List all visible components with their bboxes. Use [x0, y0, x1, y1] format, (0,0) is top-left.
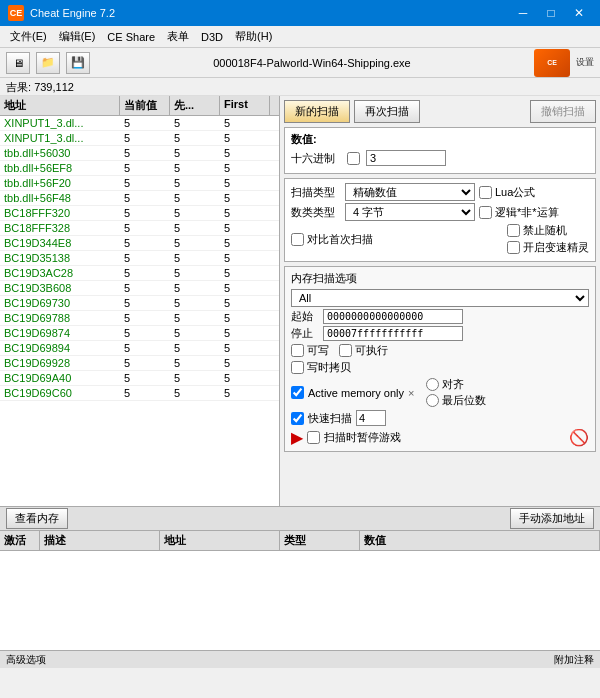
cell-address: XINPUT1_3.dl...: [0, 116, 120, 130]
lua-checkbox[interactable]: [479, 186, 492, 199]
list-row[interactable]: XINPUT1_3.dl... 5 5 5: [0, 116, 279, 131]
start-label: 起始: [291, 309, 319, 324]
list-row[interactable]: BC18FFF320 5 5 5: [0, 206, 279, 221]
active-memory-checkbox[interactable]: [291, 386, 304, 399]
hex-checkbox[interactable]: [347, 152, 360, 165]
status-right: 附加注释: [554, 653, 594, 667]
list-row[interactable]: BC19D3B608 5 5 5: [0, 281, 279, 296]
writable-label: 可写: [291, 343, 329, 358]
menu-d3d[interactable]: D3D: [195, 29, 229, 45]
list-row[interactable]: BC19D3AC28 5 5 5: [0, 266, 279, 281]
cell-address: XINPUT1_3.dl...: [0, 131, 120, 145]
cell-first: 5: [220, 131, 270, 145]
open-file-button[interactable]: 📁: [36, 52, 60, 74]
access-flags-row: 可写 可执行: [291, 343, 589, 358]
compare-prev-label: 对比首次扫描: [291, 232, 373, 247]
list-row[interactable]: BC19D344E8 5 5 5: [0, 236, 279, 251]
scan-type-select[interactable]: 精确数值: [345, 183, 475, 201]
list-header: 地址 当前值 先... First: [0, 96, 279, 116]
alignment-group: 对齐 最后位数: [426, 377, 486, 408]
cell-address: tbb.dll+56F20: [0, 176, 120, 190]
list-row[interactable]: BC19D69894 5 5 5: [0, 341, 279, 356]
cell-current: 5: [120, 131, 170, 145]
end-address-row: 停止: [291, 326, 589, 341]
cell-current: 5: [120, 191, 170, 205]
menu-file[interactable]: 文件(E): [4, 27, 53, 46]
fast-scan-input[interactable]: [356, 410, 386, 426]
speed-hack-checkbox[interactable]: [507, 241, 520, 254]
value-input[interactable]: [366, 150, 446, 166]
cell-prev: 5: [170, 371, 220, 385]
list-row[interactable]: tbb.dll+56F48 5 5 5: [0, 191, 279, 206]
view-memory-button[interactable]: 查看内存: [6, 508, 68, 529]
list-row[interactable]: BC19D69788 5 5 5: [0, 311, 279, 326]
save-button[interactable]: 💾: [66, 52, 90, 74]
end-address-input[interactable]: [323, 326, 463, 341]
compare-prev-checkbox[interactable]: [291, 233, 304, 246]
lua-label: Lua公式: [495, 185, 535, 200]
cell-prev: 5: [170, 326, 220, 340]
close-button[interactable]: ✕: [566, 4, 592, 22]
list-row[interactable]: BC19D35138 5 5 5: [0, 251, 279, 266]
add-address-button[interactable]: 手动添加地址: [510, 508, 594, 529]
settings-label[interactable]: 设置: [576, 56, 594, 69]
cell-first: 5: [220, 206, 270, 220]
no-icon[interactable]: 🚫: [569, 428, 589, 447]
cell-current: 5: [120, 236, 170, 250]
list-row[interactable]: BC19D69A40 5 5 5: [0, 371, 279, 386]
align-radio[interactable]: [426, 378, 439, 391]
address-list-body[interactable]: XINPUT1_3.dl... 5 5 5 XINPUT1_3.dl... 5 …: [0, 116, 279, 506]
active-memory-close[interactable]: ×: [408, 387, 414, 399]
list-row[interactable]: tbb.dll+56EF8 5 5 5: [0, 161, 279, 176]
list-row[interactable]: BC19D69C60 5 5 5: [0, 386, 279, 401]
logic-label: 逻辑*非*运算: [495, 205, 559, 220]
cell-first: 5: [220, 386, 270, 400]
lower-list-body[interactable]: [0, 551, 600, 650]
pause-game-checkbox[interactable]: [307, 431, 320, 444]
cell-prev: 5: [170, 146, 220, 160]
cell-first: 5: [220, 146, 270, 160]
list-row[interactable]: tbb.dll+56030 5 5 5: [0, 146, 279, 161]
logic-checkbox-label: 逻辑*非*运算: [479, 205, 559, 220]
menu-help[interactable]: 帮助(H): [229, 27, 278, 46]
start-address-input[interactable]: [323, 309, 463, 324]
writable-checkbox[interactable]: [291, 344, 304, 357]
list-row[interactable]: XINPUT1_3.dl... 5 5 5: [0, 131, 279, 146]
title-bar-controls: ─ □ ✕: [510, 4, 592, 22]
align-radio-label: 对齐: [426, 377, 486, 392]
copy-on-write-label: 写时拷贝: [291, 360, 351, 375]
cell-prev: 5: [170, 386, 220, 400]
cancel-scan-button[interactable]: 撤销扫描: [530, 100, 596, 123]
last-digit-radio[interactable]: [426, 394, 439, 407]
minimize-button[interactable]: ─: [510, 4, 536, 22]
list-row[interactable]: BC19D69928 5 5 5: [0, 356, 279, 371]
no-random-checkbox[interactable]: [507, 224, 520, 237]
open-process-button[interactable]: 🖥: [6, 52, 30, 74]
cell-prev: 5: [170, 116, 220, 130]
cell-first: 5: [220, 356, 270, 370]
cell-current: 5: [120, 386, 170, 400]
cell-address: BC19D69894: [0, 341, 120, 355]
logic-checkbox[interactable]: [479, 206, 492, 219]
fast-scan-checkbox[interactable]: [291, 412, 304, 425]
executable-checkbox[interactable]: [339, 344, 352, 357]
rescan-button[interactable]: 再次扫描: [354, 100, 420, 123]
copy-on-write-checkbox[interactable]: [291, 361, 304, 374]
data-type-select[interactable]: 4 字节: [345, 203, 475, 221]
list-row[interactable]: tbb.dll+56F20 5 5 5: [0, 176, 279, 191]
maximize-button[interactable]: □: [538, 4, 564, 22]
lower-header-active: 激活: [0, 531, 40, 550]
list-row[interactable]: BC19D69874 5 5 5: [0, 326, 279, 341]
menu-table[interactable]: 表单: [161, 27, 195, 46]
scan-type-row: 扫描类型 精确数值 Lua公式: [291, 183, 589, 201]
memory-region-select[interactable]: All: [291, 289, 589, 307]
lower-header-address: 地址: [160, 531, 280, 550]
cell-current: 5: [120, 221, 170, 235]
fast-scan-row: 快速扫描: [291, 410, 589, 426]
list-row[interactable]: BC18FFF328 5 5 5: [0, 221, 279, 236]
menu-edit[interactable]: 编辑(E): [53, 27, 102, 46]
menu-ceshare[interactable]: CE Share: [101, 29, 161, 45]
list-row[interactable]: BC19D69730 5 5 5: [0, 296, 279, 311]
new-scan-button[interactable]: 新的扫描: [284, 100, 350, 123]
header-address: 地址: [0, 96, 120, 115]
